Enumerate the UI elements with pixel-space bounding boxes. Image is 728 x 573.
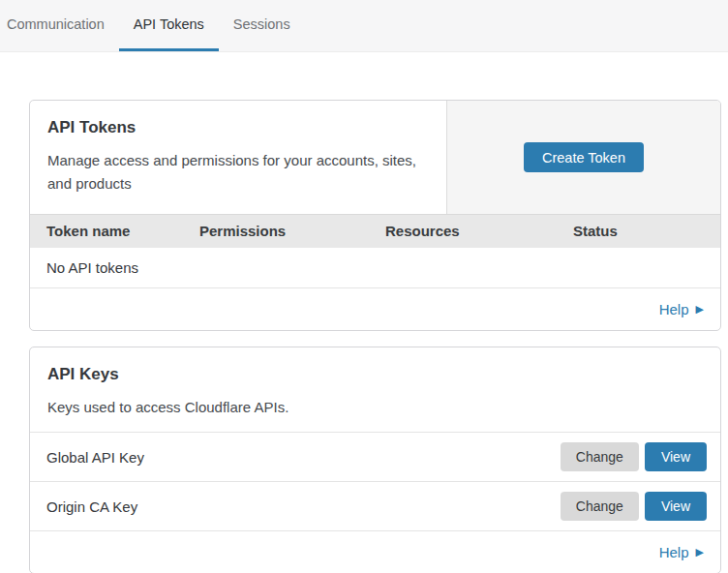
api-tokens-help-link[interactable]: Help ▶	[659, 300, 704, 318]
help-arrow-icon: ▶	[696, 304, 704, 315]
api-keys-help-link[interactable]: Help ▶	[659, 543, 704, 561]
api-tokens-description: Manage access and permissions for your a…	[47, 149, 427, 196]
api-keys-card-header: API Keys Keys used to access Cloudflare …	[30, 347, 720, 433]
key-row-label: Global API Key	[46, 449, 144, 466]
column-header-token-name: Token name	[30, 223, 199, 240]
help-link-label: Help	[659, 543, 689, 561]
column-header-status: Status	[573, 223, 720, 240]
key-row-buttons: Change View	[561, 442, 707, 471]
help-link-label: Help	[659, 300, 689, 318]
api-keys-title: API Keys	[47, 365, 703, 384]
tab-api-tokens[interactable]: API Tokens	[119, 0, 219, 51]
tab-sessions[interactable]: Sessions	[219, 0, 305, 51]
change-origin-ca-key-button[interactable]: Change	[561, 492, 639, 521]
tab-bar: Communication API Tokens Sessions	[0, 0, 728, 52]
token-table-empty-row: No API tokens	[30, 248, 720, 288]
view-global-api-key-button[interactable]: View	[645, 442, 707, 471]
api-tokens-card: API Tokens Manage access and permissions…	[29, 100, 721, 331]
column-header-permissions: Permissions	[199, 223, 385, 240]
change-global-api-key-button[interactable]: Change	[561, 442, 639, 471]
create-token-button[interactable]: Create Token	[524, 142, 644, 172]
api-keys-description: Keys used to access Cloudflare APIs.	[47, 396, 703, 419]
help-arrow-icon: ▶	[696, 547, 704, 558]
key-row-buttons: Change View	[561, 492, 707, 521]
token-table-header-row: Token name Permissions Resources Status	[30, 214, 720, 248]
column-header-resources: Resources	[385, 223, 573, 240]
key-row-origin-ca-key: Origin CA Key Change View	[30, 482, 720, 531]
key-row-label: Origin CA Key	[46, 498, 137, 515]
api-tokens-card-header-text: API Tokens Manage access and permissions…	[30, 101, 446, 214]
api-keys-card: API Keys Keys used to access Cloudflare …	[29, 347, 721, 573]
view-origin-ca-key-button[interactable]: View	[645, 492, 707, 521]
api-tokens-title: API Tokens	[47, 118, 429, 137]
api-tokens-card-footer: Help ▶	[30, 288, 720, 330]
api-tokens-card-header: API Tokens Manage access and permissions…	[30, 101, 720, 214]
main-content: API Tokens Manage access and permissions…	[29, 100, 721, 573]
tab-communication[interactable]: Communication	[0, 0, 119, 51]
api-tokens-action-panel: Create Token	[446, 101, 720, 214]
key-row-global-api-key: Global API Key Change View	[30, 433, 720, 482]
api-keys-card-footer: Help ▶	[30, 531, 720, 573]
